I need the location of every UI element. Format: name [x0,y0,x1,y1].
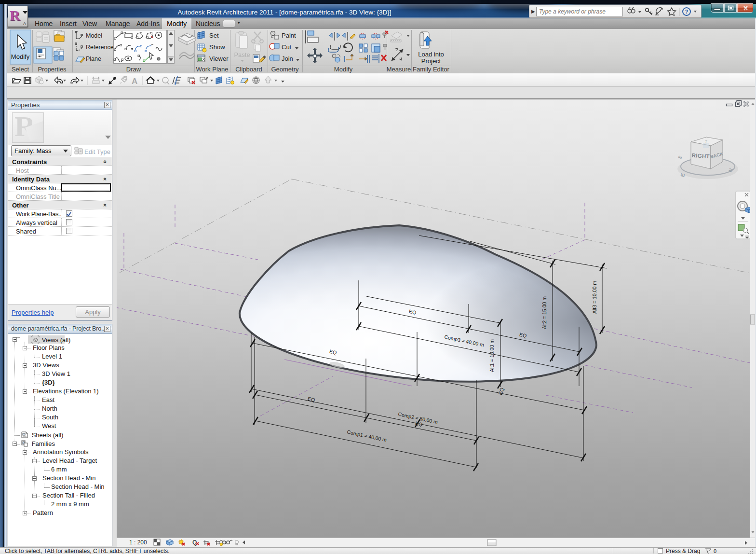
svg-text:Properties: Properties [38,66,67,73]
svg-text:Measure: Measure [387,66,411,73]
svg-text:Reference: Reference [86,44,114,51]
svg-text:Plane: Plane [86,55,101,62]
svg-text:Cut: Cut [282,43,292,51]
svg-text:Alt2 = 15.00 m: Alt2 = 15.00 m [541,296,547,329]
svg-text:Paste: Paste [234,51,250,58]
svg-text:S: S [677,154,683,160]
svg-text:0: 0 [714,548,716,554]
svg-text:Alt3 = 10.00 m: Alt3 = 10.00 m [592,281,597,314]
svg-text:Comp1 = 40.00 m: Comp1 = 40.00 m [347,429,388,443]
svg-text:?: ? [685,9,688,14]
svg-text:Model: Model [86,32,102,39]
svg-text:Set: Set [209,32,219,39]
svg-text:Project: Project [421,57,441,65]
svg-text:A: A [132,77,137,86]
svg-text:Clipboard: Clipboard [235,66,262,73]
svg-text:1 : 200: 1 : 200 [129,539,147,546]
svg-text:EQ: EQ [307,396,315,403]
svg-text:Select: Select [12,66,29,73]
svg-text:Work Plane: Work Plane [196,66,229,73]
svg-text:Family Editor: Family Editor [413,66,450,73]
svg-text:Geometry: Geometry [271,66,299,73]
svg-text:Show: Show [209,43,225,51]
svg-text:Draw: Draw [126,66,141,73]
svg-text:Alt1 = 10.00 m: Alt1 = 10.00 m [489,339,495,372]
svg-text:Load into: Load into [418,51,444,58]
svg-text:Join: Join [282,55,293,62]
svg-text:Modify: Modify [334,66,353,73]
svg-text:Viewer: Viewer [209,55,229,62]
svg-text:Modify: Modify [11,53,30,60]
svg-text:Paint: Paint [282,32,296,39]
